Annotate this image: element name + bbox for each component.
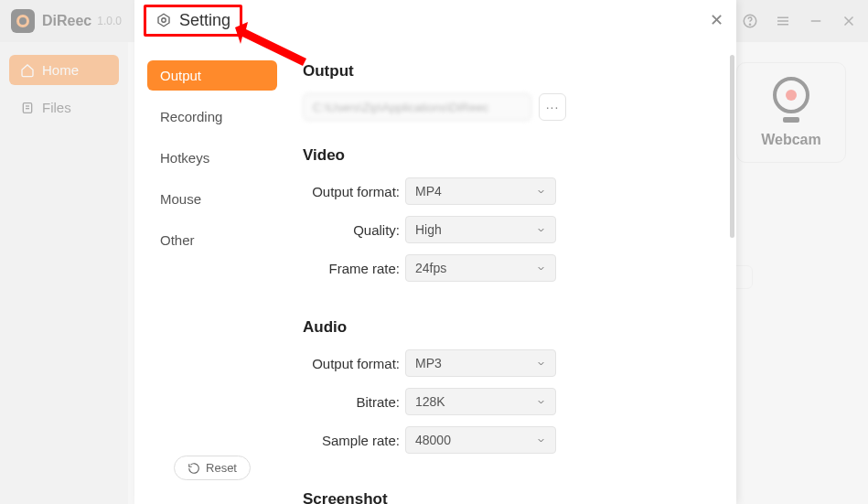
settings-title-box: Setting [144,5,242,37]
audio-samplerate-select[interactable]: 48000 [405,426,556,454]
video-quality-label: Quality: [303,222,405,238]
reset-button[interactable]: Reset [174,456,251,480]
chevron-down-icon [536,263,546,273]
modal-header: Setting ✕ [134,0,736,38]
video-framerate-select[interactable]: 24fps [405,254,556,282]
audio-bitrate-select[interactable]: 128K [405,388,556,415]
video-quality-select[interactable]: High [405,216,556,243]
reset-icon [188,462,200,475]
modal-close-button[interactable]: ✕ [706,6,727,34]
svg-point-12 [162,18,166,23]
output-path-field[interactable]: C:\Users\Zip\Applications\DiReec [303,93,531,121]
audio-bitrate-label: Bitrate: [303,394,405,410]
chevron-down-icon [536,187,546,197]
settings-content: Output C:\Users\Zip\Applications\DiReec … [290,38,736,504]
nav-output[interactable]: Output [147,60,277,91]
chevron-down-icon [536,435,546,445]
nav-mouse[interactable]: Mouse [147,184,277,214]
audio-samplerate-label: Sample rate: [303,433,405,448]
settings-modal: Setting ✕ Output Recording Hotkeys Mouse… [134,0,736,504]
section-video-title: Video [303,146,709,165]
gear-icon [155,12,172,28]
nav-recording[interactable]: Recording [147,102,277,132]
svg-marker-11 [158,14,169,27]
settings-nav: Output Recording Hotkeys Mouse Other Res… [134,38,290,504]
section-screenshot-title: Screenshot [303,490,709,504]
output-path-browse[interactable]: ··· [539,93,566,121]
video-format-label: Output format: [303,184,405,199]
section-output-title: Output [303,62,709,80]
video-format-select[interactable]: MP4 [405,177,556,205]
nav-other[interactable]: Other [147,225,277,255]
settings-title: Setting [179,11,230,30]
nav-hotkeys[interactable]: Hotkeys [147,143,277,173]
audio-format-select[interactable]: MP3 [405,349,556,377]
reset-label: Reset [206,461,237,475]
chevron-down-icon [536,397,546,407]
audio-format-label: Output format: [303,356,405,371]
scrollbar[interactable] [730,55,734,238]
chevron-down-icon [536,359,546,369]
section-audio-title: Audio [303,318,709,337]
chevron-down-icon [536,225,546,235]
video-framerate-label: Frame rate: [303,261,405,276]
